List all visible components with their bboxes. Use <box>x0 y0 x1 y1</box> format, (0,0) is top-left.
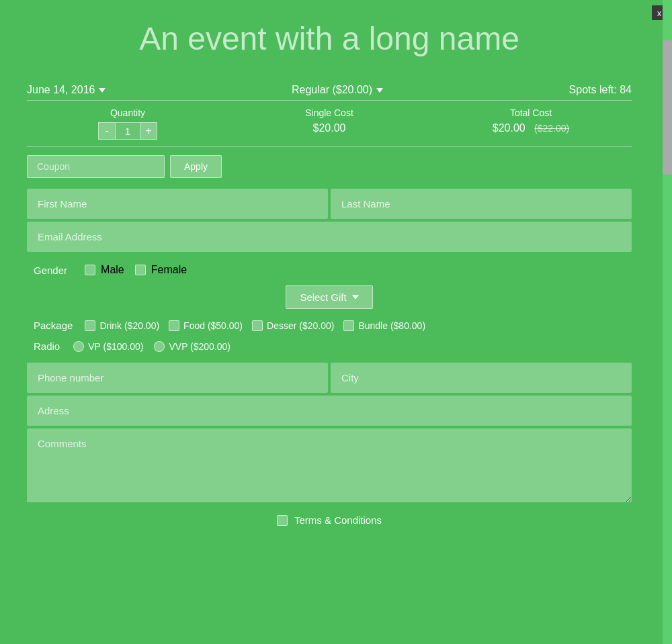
radio-vvp-button[interactable] <box>154 341 165 352</box>
gender-male-option[interactable]: Male <box>85 264 124 276</box>
package-drink-checkbox[interactable] <box>85 320 95 331</box>
first-name-input[interactable] <box>27 189 328 219</box>
radio-row: Radio VP ($100.00) VVP ($200.00) <box>27 340 632 352</box>
scrollbar-track[interactable] <box>663 0 672 644</box>
package-bundle-label: Bundle ($80.00) <box>358 320 425 331</box>
main-container: x An event with a long name June 14, 201… <box>0 0 672 644</box>
spots-left: Spots left: 84 <box>569 84 632 96</box>
terms-checkbox[interactable] <box>277 515 288 526</box>
gender-female-checkbox[interactable] <box>135 265 146 275</box>
package-bundle[interactable]: Bundle ($80.00) <box>343 320 425 331</box>
ticket-type-label: Regular ($20.00) <box>292 84 372 96</box>
package-desser-checkbox[interactable] <box>252 320 263 331</box>
quantity-col: Quantity - 1 + <box>27 107 228 140</box>
scrollbar-thumb[interactable] <box>663 40 672 175</box>
package-bundle-checkbox[interactable] <box>343 320 354 331</box>
package-food-checkbox[interactable] <box>169 320 179 331</box>
date-label: June 14, 2016 <box>27 84 95 96</box>
package-drink[interactable]: Drink ($20.00) <box>85 320 159 331</box>
pricing-row: Quantity - 1 + Single Cost $20.00 Total … <box>27 101 632 147</box>
select-gift-button[interactable]: Select Gift <box>286 285 372 309</box>
radio-vp-label: VP ($100.00) <box>88 341 143 352</box>
radio-vp[interactable]: VP ($100.00) <box>73 341 143 352</box>
ticket-type-dropdown[interactable]: Regular ($20.00) <box>292 84 383 96</box>
package-row: Package Drink ($20.00) Food ($50.00) Des… <box>27 320 632 331</box>
coupon-input[interactable] <box>27 155 165 178</box>
gender-label: Gender <box>34 265 67 276</box>
address-input[interactable] <box>27 396 632 426</box>
ticket-type-dropdown-arrow <box>376 88 383 93</box>
gender-female-label: Female <box>151 264 187 276</box>
radio-vvp-label: VVP ($200.00) <box>169 341 230 352</box>
package-label: Package <box>34 320 73 331</box>
terms-row: Terms & Conditions <box>27 514 632 526</box>
quantity-controls: - 1 + <box>27 122 228 140</box>
email-input[interactable] <box>27 222 632 252</box>
total-cost-amount: $20.00 <box>493 122 526 134</box>
name-row <box>27 189 632 219</box>
last-name-input[interactable] <box>331 189 632 219</box>
quantity-label: Quantity <box>27 107 228 118</box>
comments-textarea[interactable] <box>27 428 632 502</box>
coupon-row: Apply <box>27 155 632 178</box>
phone-city-row <box>27 363 632 393</box>
select-gift-row: Select Gift <box>27 285 632 309</box>
radio-vvp[interactable]: VVP ($200.00) <box>154 341 230 352</box>
phone-input[interactable] <box>27 363 328 393</box>
single-cost-value: $20.00 <box>228 122 430 134</box>
quantity-decrease-button[interactable]: - <box>98 122 116 140</box>
date-dropdown[interactable]: June 14, 2016 <box>27 84 106 96</box>
apply-button[interactable]: Apply <box>170 155 222 178</box>
quantity-increase-button[interactable]: + <box>140 122 157 140</box>
package-food-label: Food ($50.00) <box>183 320 243 331</box>
total-cost-original: ($22.00) <box>534 123 569 134</box>
single-cost-label: Single Cost <box>228 107 430 118</box>
page-title: An event with a long name <box>27 20 632 57</box>
select-gift-label: Select Gift <box>300 291 346 303</box>
package-drink-label: Drink ($20.00) <box>99 320 159 331</box>
gender-row: Gender Male Female <box>27 264 632 276</box>
total-cost-value: $20.00 ($22.00) <box>430 122 632 134</box>
package-desser-label: Desser ($20.00) <box>267 320 334 331</box>
radio-row-label: Radio <box>34 340 60 352</box>
date-dropdown-arrow <box>99 88 106 93</box>
package-desser[interactable]: Desser ($20.00) <box>252 320 334 331</box>
gender-male-checkbox[interactable] <box>85 265 95 275</box>
gender-male-label: Male <box>101 264 124 276</box>
city-input[interactable] <box>331 363 632 393</box>
event-info-row: June 14, 2016 Regular ($20.00) Spots lef… <box>27 77 632 101</box>
select-gift-arrow <box>352 295 359 300</box>
terms-label[interactable]: Terms & Conditions <box>294 514 382 526</box>
main-content: An event with a long name June 14, 2016 … <box>27 20 632 526</box>
quantity-value: 1 <box>116 122 140 140</box>
radio-vp-button[interactable] <box>73 341 84 352</box>
total-cost-label: Total Cost <box>430 107 632 118</box>
single-cost-col: Single Cost $20.00 <box>228 107 430 134</box>
gender-female-option[interactable]: Female <box>135 264 187 276</box>
total-cost-col: Total Cost $20.00 ($22.00) <box>430 107 632 134</box>
package-food[interactable]: Food ($50.00) <box>169 320 243 331</box>
